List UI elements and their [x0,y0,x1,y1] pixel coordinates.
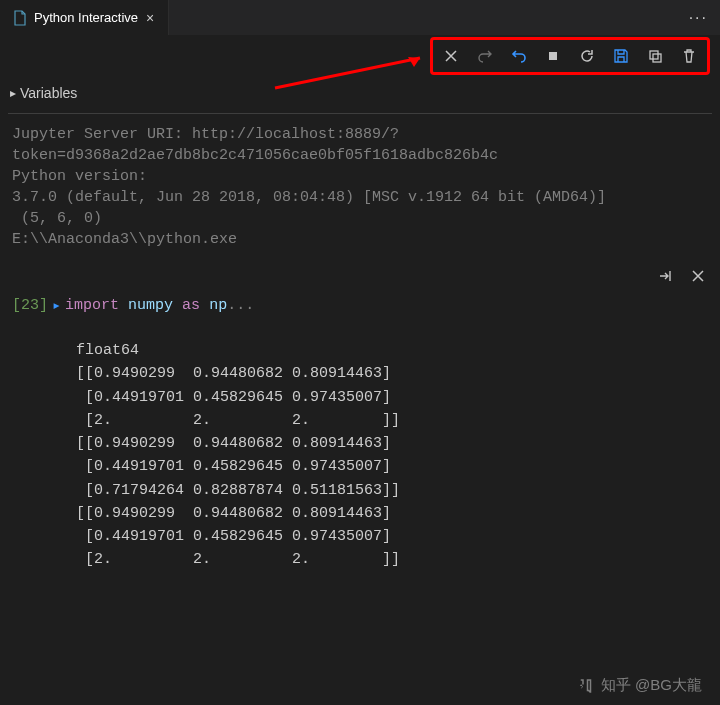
svg-marker-1 [408,57,420,67]
cell-toolbar [0,260,720,292]
keyword-import: import [65,297,119,314]
tab-bar: Python Interactive × ··· [0,0,720,35]
tab-close-button[interactable]: × [144,10,156,26]
more-actions-button[interactable]: ··· [689,9,720,27]
cell-close-icon[interactable] [688,266,708,286]
variables-section-header[interactable]: ▸ Variables [0,77,720,109]
close-icon[interactable] [441,46,461,66]
tab-python-interactive[interactable]: Python Interactive × [0,0,169,35]
server-info-text: Jupyter Server URI: http://localhost:888… [0,114,720,260]
execution-count: [23] [12,297,48,314]
undo-icon[interactable] [509,46,529,66]
alias-name: np [209,297,227,314]
chevron-right-icon: ▸ [10,86,16,100]
zhihu-icon [577,677,595,695]
cell-header[interactable]: [23] ▸ import numpy as np... [12,296,708,315]
stop-icon[interactable] [543,46,563,66]
restart-icon[interactable] [577,46,597,66]
copy-icon[interactable] [645,46,665,66]
svg-rect-3 [650,51,658,59]
module-name: numpy [128,297,173,314]
watermark-text: 知乎 @BG大龍 [601,676,702,695]
save-icon[interactable] [611,46,631,66]
tab-label: Python Interactive [34,10,138,25]
code-ellipsis: ... [227,297,254,314]
svg-rect-2 [549,52,557,60]
file-icon [12,10,28,26]
goto-icon[interactable] [656,266,676,286]
keyword-as: as [182,297,200,314]
svg-rect-4 [653,54,661,62]
watermark: 知乎 @BG大龍 [577,676,702,695]
code-cell: [23] ▸ import numpy as np... [0,292,720,319]
toolbar-area [0,35,720,77]
chevron-right-icon: ▸ [52,296,61,315]
cell-output: float64 [[0.9490299 0.94480682 0.8091446… [0,319,720,572]
redo-icon[interactable] [475,46,495,66]
variables-label: Variables [20,85,77,101]
toolbar-highlight-box [430,37,710,75]
trash-icon[interactable] [679,46,699,66]
